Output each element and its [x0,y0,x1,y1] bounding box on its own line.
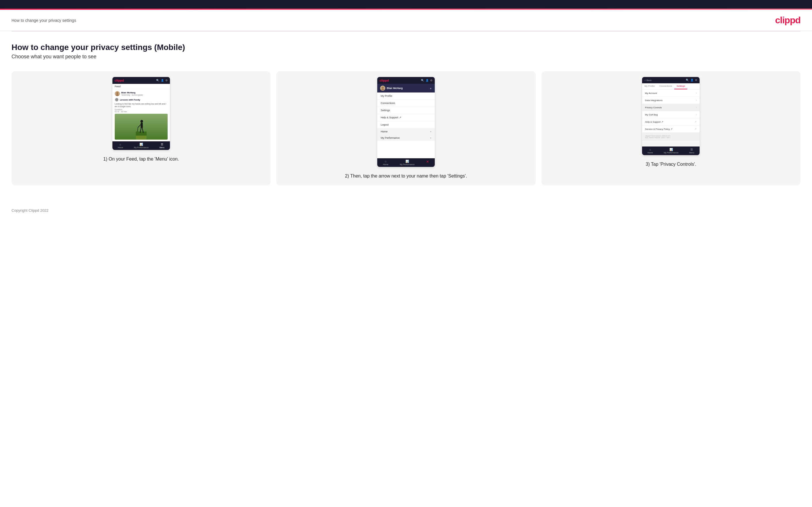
step-3-card: < Back 🔍 👤 ⚙ My Profile Connections Sett… [542,71,801,185]
post-avatar [115,91,120,96]
section-performance: My Performance ▾ [377,135,435,141]
nav2-home: ⌂ Home [383,160,389,165]
phone2-header: clippd 🔍 👤 ⚙ [377,77,435,84]
phone3-version: Clippd Client Version: 2022.8.3-3 SQL Se… [642,133,700,141]
step-2-caption: 2) Then, tap the arrow next to your name… [345,173,467,179]
phone3-icons: 🔍 👤 ⚙ [686,79,697,81]
tab-settings: Settings [674,83,687,89]
menu-connections: Connections [377,100,435,107]
post-golf-image [115,114,168,139]
page-subtitle: Choose what you want people to see [11,54,801,60]
home-chevron-icon: ▾ [430,130,431,133]
performance-icon-3: 📊 [669,148,673,151]
menu-settings: Settings [377,107,435,114]
logo: clippd [775,15,801,25]
performance-chevron-icon: ▾ [430,137,431,139]
account-arrow-icon: › [696,92,697,95]
phone-2-mockup: clippd 🔍 👤 ⚙ [377,77,435,167]
menu-my-profile: My Profile [377,93,435,100]
performance-icon: 📊 [140,143,143,146]
step-2-card: clippd 🔍 👤 ⚙ [276,71,536,185]
privacy-arrow-icon: › [696,106,697,109]
svg-point-15 [381,89,384,91]
step-1-caption: 1) On your Feed, tap the 'Menu' icon. [103,156,179,163]
lesson-title: Lesson with Fordy [120,99,140,101]
post-text: Looking to feel like my hands are exitin… [115,103,168,108]
main-content: How to change your privacy settings (Mob… [0,31,812,203]
user-icon: 👤 [161,79,164,82]
phone3-header: < Back 🔍 👤 ⚙ [642,77,700,83]
page-title: How to change your privacy settings (Mob… [11,43,801,52]
chevron-up-icon: ▲ [429,87,432,90]
menu-help: Help & Support ↗ [377,114,435,121]
settings-icon-2: ⚙ [430,79,433,82]
phone2-avatar [380,86,385,91]
performance-icon-2: 📊 [405,160,409,163]
settings-data-integrations: Data Integrations › [642,97,700,104]
phone2-icons: 🔍 👤 ⚙ [421,79,433,82]
phone1-bottom-nav: ⌂ Home 📊 My Performance ☰ Menu [112,141,170,150]
step-3-caption: 3) Tap 'Privacy Controls'. [646,161,696,168]
svg-point-1 [116,92,118,94]
menu-icon: ☰ [161,143,163,146]
settings-icon: ⚙ [165,79,168,82]
svg-line-10 [138,127,138,131]
phone2-username: Blair McHarg [387,87,403,90]
nav3-home: ⌂ Home [648,148,653,154]
phone3-settings-list: My Account › Data Integrations › Privacy… [642,90,700,133]
phone3-spacer [642,141,700,147]
post-username: Blair McHarg [121,91,143,94]
breadcrumb: How to change your privacy settings [11,18,76,23]
settings-my-account: My Account › [642,90,700,97]
section-home: Home ▾ [377,128,435,135]
golf-bag-arrow-icon: › [696,113,697,116]
tab-connections: Connections [657,83,674,89]
svg-text:✓: ✓ [116,99,117,101]
post-user-sub: Yesterday · Sunningdale [121,94,143,96]
footer: Copyright Clippd 2022 [0,203,812,218]
nav2-close: ✕ [426,160,429,165]
phone-3-mockup: < Back 🔍 👤 ⚙ My Profile Connections Sett… [642,77,700,155]
settings-privacy-controls: Privacy Controls › [642,104,700,111]
phone1-feed-tab: Feed [112,84,170,89]
menu-icon-3: ☰ [691,148,693,151]
search-icon-3: 🔍 [686,79,689,81]
svg-point-14 [382,87,384,89]
lesson-icon: ✓ [115,98,119,102]
back-button: < Back [644,79,652,81]
phone2-dropdown: My Profile Connections Settings Help & S… [377,93,435,128]
phone2-section: Home ▾ My Performance ▾ [377,128,435,141]
post-duration: Duration 01 hr : 30 min [115,109,168,113]
header: How to change your privacy settings clip… [0,10,812,31]
tab-my-profile: My Profile [642,83,657,89]
settings-golf-bag: My Golf Bag › [642,111,700,118]
home-icon: ⌂ [119,143,121,146]
svg-rect-6 [136,135,147,139]
nav-home: ⌂ Home [117,143,123,149]
search-icon-2: 🔍 [421,79,424,82]
settings-service: Service & Privacy Policy ↗ ↗ [642,125,700,133]
copyright-text: Copyright Clippd 2022 [11,208,49,213]
top-bar [0,0,812,9]
user-icon-3: 👤 [691,79,694,81]
post-user-row: Blair McHarg Yesterday · Sunningdale [115,91,168,96]
step-1-card: clippd 🔍 👤 ⚙ Feed [11,71,270,185]
service-arrow-icon: ↗ [695,127,697,130]
help-arrow-icon: ↗ [695,120,697,123]
phone3-tabs: My Profile Connections Settings [642,83,700,90]
phone-1-mockup: clippd 🔍 👤 ⚙ Feed [112,77,170,150]
close-icon: ✕ [426,160,429,164]
integrations-arrow-icon: › [696,99,697,102]
steps-container: clippd 🔍 👤 ⚙ Feed [11,71,801,185]
home-icon-3: ⌂ [649,148,651,151]
nav-performance: 📊 My Performance [134,143,149,149]
post-user-info: Blair McHarg Yesterday · Sunningdale [121,91,143,96]
home-icon-2: ⌂ [385,160,387,163]
phone1-logo: clippd [115,79,124,82]
svg-rect-8 [141,123,143,128]
settings-icon-3: ⚙ [695,79,697,81]
svg-point-2 [116,94,119,96]
phone2-user-row: Blair McHarg ▲ [377,84,435,93]
nav2-performance: 📊 My Performance [400,160,415,165]
phone1-icons: 🔍 👤 ⚙ [156,79,168,82]
